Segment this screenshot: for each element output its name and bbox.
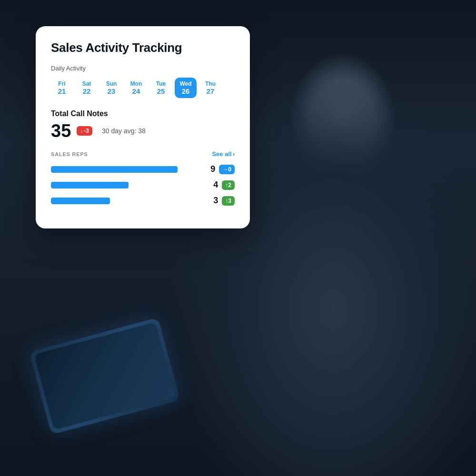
day-num: 27 [207, 87, 215, 95]
card-title: Sales Activity Tracking [51, 40, 235, 55]
avg-text: 30 day avg: 38 [102, 127, 146, 135]
day-item-mon[interactable]: Mon 24 [125, 78, 147, 98]
day-num: 24 [132, 87, 140, 95]
chevron-right-icon: › [233, 150, 235, 158]
rep-badge: ↑2 [222, 180, 235, 190]
daily-activity-label: Daily Activity [51, 65, 235, 72]
total-badge-value: -3 [84, 128, 89, 134]
day-name: Thu [205, 80, 216, 87]
rep-value: 3 [210, 196, 218, 206]
arrow-down-icon: ↓ [80, 128, 83, 134]
rep-bar-wrap [51, 182, 192, 188]
day-navigation: Fri 21 Sat 22 Sun 23 Mon 24 Tue 25 Wed 2… [51, 78, 235, 98]
day-num: 23 [108, 87, 116, 95]
rep-bar [51, 166, 178, 173]
day-item-sat[interactable]: Sat 22 [76, 78, 98, 98]
day-num: 25 [157, 87, 165, 95]
day-name: Wed [179, 80, 191, 87]
rep-value-group: 9 →0 [201, 164, 235, 174]
rep-row-1: 9 →0 [51, 164, 235, 174]
rep-bar [51, 182, 129, 188]
day-name: Tue [156, 80, 166, 87]
rep-bar-wrap [51, 198, 192, 204]
total-row: 35 ↓ -3 30 day avg: 38 [51, 122, 235, 140]
rep-row-3: 3 ↑3 [51, 196, 235, 206]
rep-value: 4 [210, 180, 218, 190]
day-item-tue[interactable]: Tue 25 [150, 78, 172, 98]
rep-badge: →0 [219, 165, 235, 174]
day-num: 26 [182, 87, 190, 95]
day-item-fri[interactable]: Fri 21 [51, 78, 73, 98]
reps-list: 9 →0 4 ↑2 3 ↑3 [51, 164, 235, 206]
day-num: 21 [58, 87, 66, 95]
day-item-thu[interactable]: Thu 27 [199, 78, 221, 98]
see-all-text: See all [212, 150, 231, 158]
rep-value-group: 3 ↑3 [201, 196, 235, 206]
rep-row-2: 4 ↑2 [51, 180, 235, 190]
see-all-link[interactable]: See all › [212, 150, 235, 158]
day-name: Sat [82, 80, 91, 87]
total-badge: ↓ -3 [77, 126, 92, 136]
sales-activity-card: Sales Activity Tracking Daily Activity F… [36, 26, 250, 228]
rep-value-group: 4 ↑2 [201, 180, 235, 190]
total-number: 35 [51, 122, 71, 140]
day-name: Fri [58, 80, 65, 87]
day-num: 22 [83, 87, 91, 95]
reps-section-label: SALES REPS [51, 151, 88, 157]
total-call-notes-section: Total Call Notes 35 ↓ -3 30 day avg: 38 [51, 109, 235, 140]
rep-value: 9 [208, 164, 215, 174]
day-name: Sun [106, 80, 117, 87]
rep-bar-wrap [51, 166, 192, 173]
rep-bar [51, 198, 110, 204]
rep-badge: ↑3 [222, 196, 235, 206]
day-item-sun[interactable]: Sun 23 [100, 78, 122, 98]
total-call-notes-label: Total Call Notes [51, 109, 235, 118]
reps-header: SALES REPS See all › [51, 150, 235, 158]
day-name: Mon [130, 80, 142, 87]
day-item-wed[interactable]: Wed 26 [175, 78, 197, 98]
